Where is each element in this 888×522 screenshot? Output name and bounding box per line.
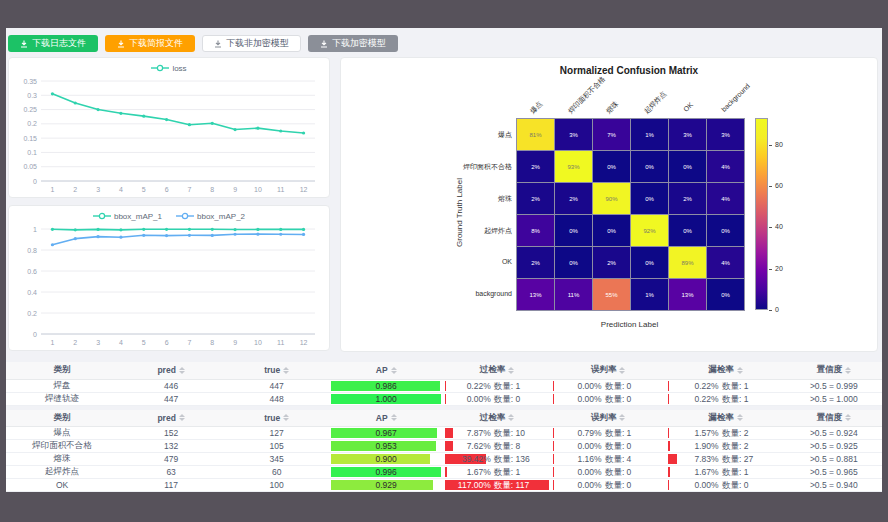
rate-count: 数量: 10 — [494, 428, 525, 438]
ap-value: 0.986 — [331, 381, 441, 391]
download-report-button[interactable]: 下载简报文件 — [105, 35, 195, 52]
svg-text:0: 0 — [33, 178, 37, 185]
loss-chart: 00.050.10.150.20.250.30.3512345678910111… — [11, 75, 327, 195]
sort-icon[interactable] — [619, 414, 625, 421]
column-header[interactable]: 置信度 — [786, 362, 882, 379]
rate-count: 数量: 2 — [722, 441, 748, 451]
svg-text:8: 8 — [210, 339, 214, 346]
sort-icon[interactable] — [179, 367, 185, 374]
download-log-button[interactable]: 下载日志文件 — [8, 35, 98, 52]
rate-percent: 0.00% — [467, 394, 491, 404]
ap-value: 0.967 — [331, 428, 441, 438]
rate-cell: 7.62%数量: 8 — [445, 441, 549, 451]
sort-icon[interactable] — [508, 367, 514, 374]
rate-percent: 1.16% — [577, 454, 601, 464]
table-row: 焊盘4464470.9860.22%数量: 10.00%数量: 00.22%数量… — [6, 379, 882, 392]
svg-text:1: 1 — [33, 226, 37, 233]
rate-cell: 117.00%数量: 117 — [445, 480, 549, 490]
cell-misjudge-rate: 0.00%数量: 0 — [551, 440, 666, 453]
svg-text:5: 5 — [142, 186, 146, 193]
column-header[interactable]: 漏检率 — [666, 410, 786, 427]
cell-miss-rate: 1.67%数量: 1 — [666, 466, 786, 479]
rate-cell: 1.90%数量: 2 — [668, 441, 784, 451]
cell-ap: 0.996 — [329, 466, 443, 479]
matrix-cell: 4% — [707, 247, 744, 278]
sort-icon[interactable] — [283, 367, 289, 374]
column-header[interactable]: pred — [118, 410, 224, 427]
sort-icon[interactable] — [508, 414, 514, 421]
svg-text:0.35: 0.35 — [23, 78, 37, 85]
sort-icon[interactable] — [845, 414, 851, 421]
cell-confidence: >0.5 = 0.999 — [786, 379, 882, 392]
cell-over-rate: 117.00%数量: 117 — [443, 479, 551, 492]
svg-text:0.2: 0.2 — [27, 120, 37, 127]
download-encrypted-model-button[interactable]: 下载加密模型 — [308, 35, 398, 52]
matrix-cell: 2% — [517, 151, 554, 182]
cell-confidence: >0.5 = 0.925 — [786, 440, 882, 453]
svg-text:4: 4 — [119, 339, 123, 346]
column-header[interactable]: true — [224, 410, 329, 427]
legend-marker-icon — [176, 212, 194, 220]
cell-misjudge-rate: 0.00%数量: 0 — [551, 466, 666, 479]
rate-percent: 0.00% — [577, 394, 601, 404]
matrix-y-label: background — [341, 290, 512, 297]
rate-percent: 0.79% — [577, 428, 601, 438]
svg-text:5: 5 — [142, 339, 146, 346]
legend-item[interactable]: bbox_mAP_2 — [176, 212, 245, 221]
cell-over-rate: 1.67%数量: 1 — [443, 466, 551, 479]
legend-item[interactable]: bbox_mAP_1 — [93, 212, 162, 221]
legend-item[interactable]: loss — [151, 64, 186, 73]
column-header[interactable]: pred — [118, 362, 224, 379]
column-header[interactable]: true — [224, 362, 329, 379]
rate-cell: 0.22%数量: 1 — [668, 381, 784, 391]
matrix-cell: 0% — [631, 247, 668, 278]
column-header-label: true — [264, 413, 280, 423]
rate-percent: 0.00% — [577, 480, 601, 490]
rate-count: 数量: 1 — [605, 428, 631, 438]
column-header[interactable]: 过检率 — [443, 410, 551, 427]
colorbar — [755, 118, 768, 310]
matrix-cell: 3% — [707, 119, 744, 150]
column-header[interactable]: 误判率 — [551, 362, 666, 379]
column-header[interactable]: 置信度 — [786, 410, 882, 427]
map-chart-legend: bbox_mAP_1bbox_mAP_2 — [9, 209, 329, 223]
column-header-label: AP — [376, 365, 388, 375]
rate-cell: 0.79%数量: 1 — [553, 428, 664, 438]
rate-count: 数量: 4 — [605, 454, 631, 464]
sort-icon[interactable] — [283, 414, 289, 421]
column-header[interactable]: 过检率 — [443, 362, 551, 379]
column-header-label: 过检率 — [480, 364, 506, 376]
column-header[interactable]: AP — [329, 362, 443, 379]
column-header[interactable]: 误判率 — [551, 410, 666, 427]
cell-category: 焊盘 — [6, 379, 118, 392]
legend-label: bbox_mAP_1 — [114, 212, 162, 221]
button-label: 下载日志文件 — [32, 37, 86, 50]
cell-true: 60 — [224, 466, 329, 479]
sort-icon[interactable] — [179, 414, 185, 421]
sort-icon[interactable] — [845, 367, 851, 374]
rate-cell: 0.00%数量: 0 — [668, 480, 784, 490]
sort-icon[interactable] — [391, 414, 397, 421]
sort-icon[interactable] — [391, 367, 397, 374]
rate-percent: 117.00% — [458, 480, 491, 490]
column-header[interactable]: 漏检率 — [666, 362, 786, 379]
sort-icon[interactable] — [737, 414, 743, 421]
svg-text:0.15: 0.15 — [23, 135, 37, 142]
rate-cell: 1.67%数量: 1 — [445, 467, 549, 477]
colorbar-tick-label: 80 — [775, 141, 783, 148]
cell-pred: 446 — [118, 379, 224, 392]
column-header[interactable]: AP — [329, 410, 443, 427]
cell-true: 448 — [224, 392, 329, 405]
column-header-label: 过检率 — [480, 412, 506, 424]
sort-icon[interactable] — [619, 367, 625, 374]
download-plain-model-button[interactable]: 下载非加密模型 — [202, 35, 301, 52]
matrix-cell: 0% — [631, 183, 668, 214]
sort-icon[interactable] — [737, 367, 743, 374]
loss-chart-card: loss 00.050.10.150.20.250.30.35123456789… — [8, 57, 330, 198]
rate-percent: 0.22% — [695, 381, 719, 391]
x-axis-label: Prediction Label — [516, 320, 743, 329]
svg-text:0.05: 0.05 — [23, 163, 37, 170]
matrix-y-label: 起焊炸点 — [341, 226, 512, 236]
colorbar-tick-label: 60 — [775, 182, 783, 189]
svg-text:0.25: 0.25 — [23, 106, 37, 113]
